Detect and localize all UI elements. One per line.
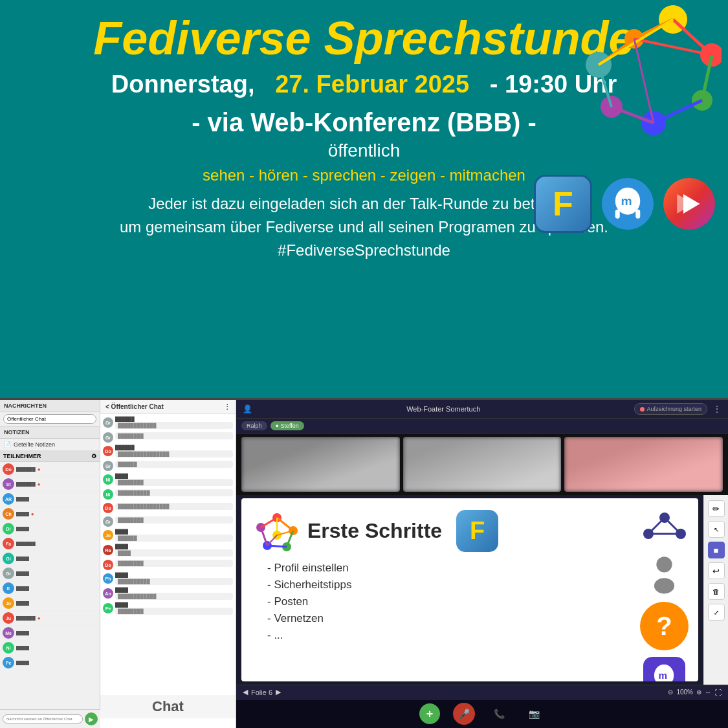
expand-button[interactable]: ⤢ — [708, 604, 725, 621]
participants-header: TEILNEHMER ⚙ — [0, 451, 100, 462]
person-icon: 👤 — [243, 404, 252, 414]
avatar: Ni — [103, 474, 113, 485]
slide-network-icon — [254, 508, 300, 553]
avatar: Pe — [103, 603, 113, 613]
message-text: ██████ — [115, 535, 233, 542]
zoom-controls[interactable]: ⊖ 100% ⊕ ↔ ⛶ — [668, 689, 722, 696]
close-icon[interactable]: ✕ — [393, 438, 398, 444]
message-text: ████████ — [115, 560, 233, 567]
participant-name: ██████ — [16, 482, 36, 487]
avatar: Me — [3, 627, 14, 639]
svg-line-29 — [277, 518, 293, 531]
chat-header: < Öffentlicher Chat ⋮ — [100, 400, 236, 414]
participant-name: ████ — [16, 601, 29, 606]
avatar: An — [103, 588, 113, 599]
slide-nav-controls[interactable]: ◀ Folie 6 ▶ — [243, 688, 281, 696]
friendica-icon: F — [534, 175, 592, 233]
avatar: Do — [103, 560, 113, 570]
presentation-row: Erste Schritte F - Profil einstellen - S… — [236, 495, 728, 685]
svg-text:m: m — [659, 670, 668, 681]
record-button[interactable]: Aufzeichnung starten — [634, 403, 707, 415]
list-item: Do ██████ ████████████████ — [103, 445, 233, 458]
participant-name: ████ — [16, 631, 29, 635]
zoom-level: 100% — [676, 689, 693, 696]
participant-name: ██████ — [16, 542, 36, 546]
phone-button[interactable]: 📞 — [488, 703, 510, 725]
message-content: ████ ██████ — [115, 529, 233, 542]
tag-label: Steffen — [280, 423, 298, 429]
send-button[interactable]: ▶ — [85, 712, 98, 725]
prev-slide-button[interactable]: ◀ — [243, 688, 248, 696]
sender-name: ████ — [115, 529, 233, 534]
message-text: ██████████ — [115, 489, 233, 496]
svg-point-43 — [656, 557, 672, 572]
participant-tag-ralph[interactable]: Ralph — [241, 421, 267, 430]
message-content: ████████ — [115, 432, 233, 443]
message-text: ████ — [115, 549, 233, 557]
sender-name: ██████ — [115, 417, 233, 421]
list-item: Pe ████ ████████ — [103, 602, 233, 615]
app-icons-area: F m — [534, 175, 715, 233]
participant-tag-steffen[interactable]: ● Steffen — [270, 421, 304, 430]
bbb-screenshot: NACHRICHTEN NOTIZEN 📄 Geteilte Notizen T… — [0, 398, 728, 728]
slide-content: Erste Schritte F - Profil einstellen - S… — [241, 498, 698, 681]
messages-section: NACHRICHTEN — [0, 400, 100, 412]
mastodon-icon: m — [602, 178, 654, 230]
avatar: Gi — [3, 553, 14, 564]
undo-button[interactable]: ↩ — [708, 562, 725, 579]
chat-input[interactable] — [3, 714, 83, 723]
list-item: Do ████████ — [103, 559, 233, 570]
camera-button[interactable]: 📷 — [523, 703, 545, 725]
avatar: Do — [103, 503, 113, 513]
avatar: Gr — [103, 516, 113, 527]
fit-button[interactable]: ↔ — [705, 689, 711, 696]
search-input[interactable] — [3, 414, 96, 424]
chat-title: < Öffentlicher Chat — [105, 403, 164, 410]
avatar: Gr — [3, 568, 14, 579]
sender-name: ████ — [115, 588, 233, 592]
sender-name: ██████ — [115, 445, 233, 450]
participant-name: ████ — [16, 512, 29, 516]
pointer-tool-button[interactable]: ↖ — [708, 521, 725, 538]
list-item: - ... — [267, 629, 685, 642]
participant-name: ████ — [16, 497, 29, 502]
list-item: St ██████ ● — [0, 477, 100, 492]
list-item: Gr ████ — [0, 566, 100, 581]
sender-name: ████ — [115, 544, 233, 549]
chat-input-area[interactable]: ▶ — [0, 709, 100, 728]
participant-name: ██████ — [16, 467, 36, 472]
list-item: Ni ████ — [0, 641, 100, 656]
message-content: ████████ — [115, 559, 233, 570]
zoom-out-button[interactable]: ⊖ — [668, 689, 673, 696]
add-button[interactable]: + — [419, 703, 440, 724]
delete-button[interactable]: 🗑 — [708, 583, 725, 600]
pencil-tool-button[interactable]: ✏ — [708, 500, 725, 517]
message-text: ████████ — [115, 432, 233, 439]
fullscreen-button[interactable]: ⛶ — [714, 689, 722, 696]
zoom-in-button[interactable]: ⊕ — [696, 689, 701, 696]
shape-tool-button[interactable]: ■ — [708, 542, 725, 558]
more-options-icon[interactable]: ⋮ — [712, 404, 722, 414]
video-thumbnails: ✕ — [236, 434, 728, 495]
mastodon-icon-small: m — [643, 657, 685, 681]
message-text: ████████████████ — [115, 503, 233, 510]
list-item: Gi ████ — [0, 551, 100, 566]
avatar: Ra — [103, 545, 113, 555]
header-title: Web-Foater Somertuch — [258, 405, 629, 413]
video-thumb-2 — [403, 437, 562, 492]
list-item: Jo ████ ██████ — [103, 529, 233, 542]
shared-notes-item[interactable]: 📄 Geteilte Notizen — [0, 439, 100, 451]
next-slide-button[interactable]: ▶ — [276, 688, 281, 696]
mute-button[interactable]: 🎤 — [453, 703, 475, 725]
svg-line-10 — [654, 100, 702, 123]
slide-title-row: Erste Schritte F — [254, 508, 685, 553]
notes-section: NOTIZEN — [0, 426, 100, 439]
message-content: ██████ ████████████████ — [115, 445, 233, 458]
peertube-icon — [663, 178, 715, 230]
settings-icon[interactable]: ⚙ — [91, 453, 96, 459]
slide-indicator: Folie 6 — [251, 689, 272, 696]
more-options-icon[interactable]: ⋮ — [224, 403, 230, 410]
message-text: ████████ — [115, 516, 233, 524]
svg-text:m: m — [621, 194, 632, 208]
search-box[interactable] — [0, 412, 100, 426]
